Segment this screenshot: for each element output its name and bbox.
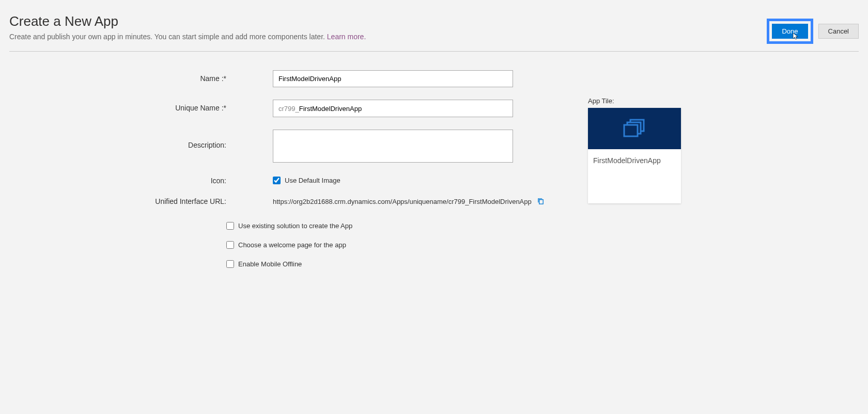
unique-name-row: Unique Name :* cr799_ [9,100,562,117]
done-button-label: Done [782,27,798,35]
header-buttons: Done Cancel [767,9,859,44]
svg-rect-3 [624,125,638,136]
svg-rect-0 [539,200,543,204]
description-control [273,130,513,164]
done-button[interactable]: Done [772,24,808,39]
icon-label: Icon: [9,177,273,185]
icon-control: Use Default Image [273,177,513,184]
unique-name-prefix: cr799_ [278,105,299,113]
app-tile-header [588,108,681,149]
app-tile-icon [622,118,647,140]
app-tile-label: App Tile: [588,97,681,105]
description-label: Description: [9,130,273,149]
description-input[interactable] [273,130,513,163]
cancel-button[interactable]: Cancel [818,24,859,39]
use-existing-solution-label: Use existing solution to create the App [238,222,352,230]
choose-welcome-page-checkbox[interactable] [226,241,234,249]
url-text: https://org2b2d1688.crm.dynamics.com/App… [273,198,532,205]
icon-row: Icon: Use Default Image [9,177,562,185]
unique-name-input[interactable] [299,101,507,117]
enable-mobile-offline-label: Enable Mobile Offline [238,260,302,268]
learn-more-link[interactable]: Learn more. [327,33,366,41]
url-label: Unified Interface URL: [9,197,273,205]
choose-welcome-page-row: Choose a welcome page for the app [226,241,562,249]
unique-name-label: Unique Name :* [9,100,273,112]
header-text-block: Create a New App Create and publish your… [9,9,366,41]
page-header: Create a New App Create and publish your… [9,9,859,44]
name-control [273,70,513,87]
form-left-column: Name :* Unique Name :* cr799_ Descriptio… [9,70,562,268]
choose-welcome-page-label: Choose a welcome page for the app [238,241,346,249]
app-tile-card: FirstModelDrivenApp [588,108,681,203]
name-row: Name :* [9,70,562,87]
name-input[interactable] [273,70,513,87]
name-label: Name :* [9,70,273,83]
enable-mobile-offline-row: Enable Mobile Offline [226,260,562,268]
copy-icon[interactable] [537,197,545,205]
unique-name-control: cr799_ [273,100,513,117]
subtitle-text: Create and publish your own app in minut… [9,33,327,41]
use-default-image-label: Use Default Image [285,177,340,184]
url-control: https://org2b2d1688.crm.dynamics.com/App… [273,197,513,205]
icon-checkbox-row: Use Default Image [273,177,513,184]
description-row: Description: [9,130,562,164]
enable-mobile-offline-checkbox[interactable] [226,260,234,268]
use-default-image-checkbox[interactable] [273,177,281,184]
app-tile-name: FirstModelDrivenApp [588,149,681,172]
unique-name-input-wrap[interactable]: cr799_ [273,100,513,117]
page-subtitle: Create and publish your own app in minut… [9,33,366,41]
done-button-highlight: Done [767,19,813,44]
app-tile-section: App Tile: FirstModelDrivenApp [588,70,681,268]
page-title: Create a New App [9,13,366,29]
use-existing-solution-checkbox[interactable] [226,222,234,230]
use-existing-solution-row: Use existing solution to create the App [226,222,562,230]
url-row: Unified Interface URL: https://org2b2d16… [9,197,562,205]
form-area: Name :* Unique Name :* cr799_ Descriptio… [9,52,859,268]
extra-options: Use existing solution to create the App … [0,218,562,268]
